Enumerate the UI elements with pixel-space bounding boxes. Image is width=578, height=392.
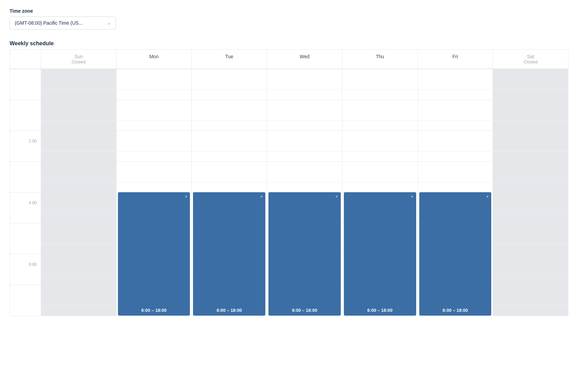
- header-sat: Sat Closed: [493, 50, 568, 69]
- close-event-fri[interactable]: ×: [486, 194, 489, 199]
- day-col-tue: × 6:00 – 18:00: [191, 69, 267, 316]
- event-tue-time: 6:00 – 18:00: [217, 308, 242, 313]
- event-wed[interactable]: × 6:00 – 18:00: [268, 192, 341, 316]
- event-fri-time: 6:00 – 18:00: [443, 308, 468, 313]
- event-wed-time: 6:00 – 18:00: [292, 308, 317, 313]
- schedule-body: 2:00 4:00 6:00: [10, 69, 568, 316]
- close-event-thu[interactable]: ×: [411, 194, 413, 199]
- time-4: 4:00: [10, 192, 41, 213]
- day-col-thu: × 6:00 – 18:00: [342, 69, 418, 316]
- day-col-mon: × 6:00 – 18:00: [116, 69, 192, 316]
- day-col-fri: × 6:00 – 18:00: [418, 69, 493, 316]
- close-event-tue[interactable]: ×: [260, 194, 263, 199]
- header-wed: Wed: [267, 50, 342, 69]
- schedule-grid: Sun Closed Mon Tue Wed Thu Fri Sat Close…: [10, 49, 568, 316]
- timezone-dropdown[interactable]: (GMT-08:00) Pacific Time (US... ⌄: [10, 16, 116, 29]
- header-time: [10, 50, 41, 69]
- time-labels: 2:00 4:00 6:00: [10, 69, 41, 316]
- timezone-value: (GMT-08:00) Pacific Time (US...: [15, 20, 83, 26]
- close-event-mon[interactable]: ×: [185, 194, 187, 199]
- header-tue: Tue: [191, 50, 267, 69]
- day-col-wed: × 6:00 – 18:00: [267, 69, 342, 316]
- header-mon: Mon: [116, 50, 192, 69]
- event-mon[interactable]: × 6:00 – 18:00: [118, 192, 190, 316]
- close-event-wed[interactable]: ×: [336, 194, 338, 199]
- schedule-header: Sun Closed Mon Tue Wed Thu Fri Sat Close…: [10, 50, 568, 69]
- weekly-schedule-label: Weekly schedule: [10, 40, 568, 47]
- day-col-sun: [41, 69, 116, 316]
- event-thu-time: 6:00 – 18:00: [367, 308, 393, 313]
- chevron-down-icon: ⌄: [107, 21, 111, 25]
- day-col-sat: [493, 69, 568, 316]
- event-thu[interactable]: × 6:00 – 18:00: [344, 192, 416, 316]
- timezone-section: Time zone (GMT-08:00) Pacific Time (US..…: [10, 8, 568, 29]
- time-6: 6:00: [10, 254, 41, 274]
- header-sun: Sun Closed: [41, 50, 116, 69]
- event-fri[interactable]: × 6:00 – 18:00: [419, 192, 492, 316]
- event-mon-time: 6:00 – 18:00: [141, 308, 167, 313]
- header-fri: Fri: [418, 50, 493, 69]
- timezone-label: Time zone: [10, 8, 568, 14]
- days-area: × 6:00 – 18:00: [41, 69, 568, 316]
- time-2: 2:00: [10, 131, 41, 151]
- weekly-schedule-section: Weekly schedule Sun Closed Mon Tue Wed T…: [10, 40, 568, 316]
- event-tue[interactable]: × 6:00 – 18:00: [193, 192, 265, 316]
- header-thu: Thu: [342, 50, 418, 69]
